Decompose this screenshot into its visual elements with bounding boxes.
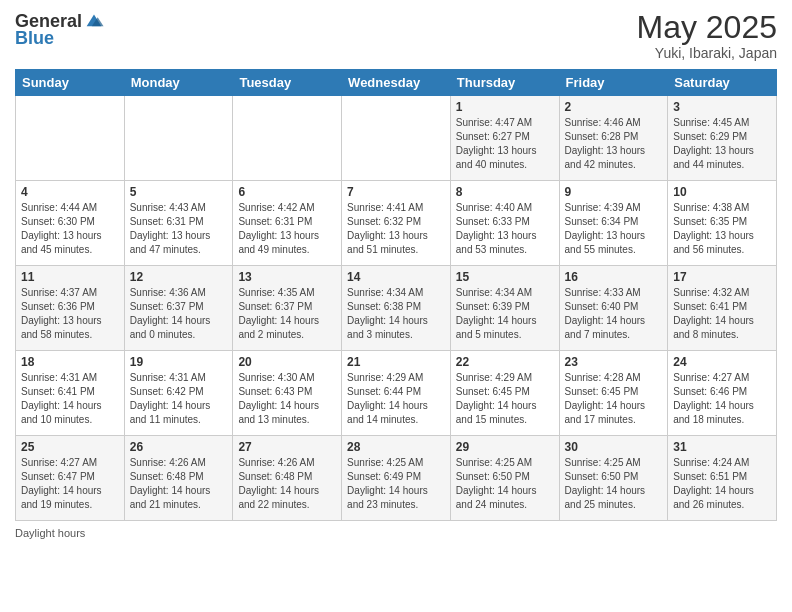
daylight-label: Daylight hours xyxy=(15,527,85,539)
day-cell xyxy=(16,96,125,181)
day-number: 24 xyxy=(673,355,771,369)
day-number: 3 xyxy=(673,100,771,114)
day-cell: 28Sunrise: 4:25 AM Sunset: 6:49 PM Dayli… xyxy=(342,436,451,521)
logo-blue: Blue xyxy=(15,28,54,49)
day-number: 5 xyxy=(130,185,228,199)
day-number: 6 xyxy=(238,185,336,199)
logo: General Blue xyxy=(15,10,105,49)
day-number: 26 xyxy=(130,440,228,454)
day-number: 12 xyxy=(130,270,228,284)
day-info: Sunrise: 4:25 AM Sunset: 6:49 PM Dayligh… xyxy=(347,456,445,512)
day-cell: 23Sunrise: 4:28 AM Sunset: 6:45 PM Dayli… xyxy=(559,351,668,436)
day-number: 2 xyxy=(565,100,663,114)
day-number: 9 xyxy=(565,185,663,199)
day-cell: 2Sunrise: 4:46 AM Sunset: 6:28 PM Daylig… xyxy=(559,96,668,181)
day-cell xyxy=(342,96,451,181)
day-info: Sunrise: 4:27 AM Sunset: 6:46 PM Dayligh… xyxy=(673,371,771,427)
location-title: Yuki, Ibaraki, Japan xyxy=(636,45,777,61)
day-cell: 17Sunrise: 4:32 AM Sunset: 6:41 PM Dayli… xyxy=(668,266,777,351)
day-number: 30 xyxy=(565,440,663,454)
day-cell: 18Sunrise: 4:31 AM Sunset: 6:41 PM Dayli… xyxy=(16,351,125,436)
header: General Blue May 2025 Yuki, Ibaraki, Jap… xyxy=(15,10,777,61)
day-number: 29 xyxy=(456,440,554,454)
col-header-thursday: Thursday xyxy=(450,70,559,96)
day-number: 19 xyxy=(130,355,228,369)
day-number: 25 xyxy=(21,440,119,454)
day-info: Sunrise: 4:46 AM Sunset: 6:28 PM Dayligh… xyxy=(565,116,663,172)
day-cell: 9Sunrise: 4:39 AM Sunset: 6:34 PM Daylig… xyxy=(559,181,668,266)
day-cell: 21Sunrise: 4:29 AM Sunset: 6:44 PM Dayli… xyxy=(342,351,451,436)
day-cell: 19Sunrise: 4:31 AM Sunset: 6:42 PM Dayli… xyxy=(124,351,233,436)
day-info: Sunrise: 4:45 AM Sunset: 6:29 PM Dayligh… xyxy=(673,116,771,172)
day-cell: 6Sunrise: 4:42 AM Sunset: 6:31 PM Daylig… xyxy=(233,181,342,266)
day-info: Sunrise: 4:36 AM Sunset: 6:37 PM Dayligh… xyxy=(130,286,228,342)
day-cell: 13Sunrise: 4:35 AM Sunset: 6:37 PM Dayli… xyxy=(233,266,342,351)
day-cell: 16Sunrise: 4:33 AM Sunset: 6:40 PM Dayli… xyxy=(559,266,668,351)
week-row-5: 25Sunrise: 4:27 AM Sunset: 6:47 PM Dayli… xyxy=(16,436,777,521)
day-cell: 30Sunrise: 4:25 AM Sunset: 6:50 PM Dayli… xyxy=(559,436,668,521)
month-title: May 2025 xyxy=(636,10,777,45)
day-info: Sunrise: 4:26 AM Sunset: 6:48 PM Dayligh… xyxy=(130,456,228,512)
day-cell: 1Sunrise: 4:47 AM Sunset: 6:27 PM Daylig… xyxy=(450,96,559,181)
day-cell: 24Sunrise: 4:27 AM Sunset: 6:46 PM Dayli… xyxy=(668,351,777,436)
day-cell: 26Sunrise: 4:26 AM Sunset: 6:48 PM Dayli… xyxy=(124,436,233,521)
day-number: 31 xyxy=(673,440,771,454)
col-header-wednesday: Wednesday xyxy=(342,70,451,96)
day-cell: 11Sunrise: 4:37 AM Sunset: 6:36 PM Dayli… xyxy=(16,266,125,351)
day-number: 27 xyxy=(238,440,336,454)
day-info: Sunrise: 4:39 AM Sunset: 6:34 PM Dayligh… xyxy=(565,201,663,257)
day-cell: 20Sunrise: 4:30 AM Sunset: 6:43 PM Dayli… xyxy=(233,351,342,436)
day-number: 28 xyxy=(347,440,445,454)
day-info: Sunrise: 4:25 AM Sunset: 6:50 PM Dayligh… xyxy=(456,456,554,512)
day-info: Sunrise: 4:37 AM Sunset: 6:36 PM Dayligh… xyxy=(21,286,119,342)
day-info: Sunrise: 4:25 AM Sunset: 6:50 PM Dayligh… xyxy=(565,456,663,512)
day-number: 23 xyxy=(565,355,663,369)
day-cell: 4Sunrise: 4:44 AM Sunset: 6:30 PM Daylig… xyxy=(16,181,125,266)
week-row-1: 1Sunrise: 4:47 AM Sunset: 6:27 PM Daylig… xyxy=(16,96,777,181)
day-cell: 22Sunrise: 4:29 AM Sunset: 6:45 PM Dayli… xyxy=(450,351,559,436)
day-info: Sunrise: 4:42 AM Sunset: 6:31 PM Dayligh… xyxy=(238,201,336,257)
day-info: Sunrise: 4:38 AM Sunset: 6:35 PM Dayligh… xyxy=(673,201,771,257)
day-number: 17 xyxy=(673,270,771,284)
day-info: Sunrise: 4:34 AM Sunset: 6:39 PM Dayligh… xyxy=(456,286,554,342)
week-row-4: 18Sunrise: 4:31 AM Sunset: 6:41 PM Dayli… xyxy=(16,351,777,436)
day-info: Sunrise: 4:47 AM Sunset: 6:27 PM Dayligh… xyxy=(456,116,554,172)
page-container: General Blue May 2025 Yuki, Ibaraki, Jap… xyxy=(0,0,792,549)
day-cell: 14Sunrise: 4:34 AM Sunset: 6:38 PM Dayli… xyxy=(342,266,451,351)
title-block: May 2025 Yuki, Ibaraki, Japan xyxy=(636,10,777,61)
week-row-3: 11Sunrise: 4:37 AM Sunset: 6:36 PM Dayli… xyxy=(16,266,777,351)
day-info: Sunrise: 4:33 AM Sunset: 6:40 PM Dayligh… xyxy=(565,286,663,342)
day-info: Sunrise: 4:34 AM Sunset: 6:38 PM Dayligh… xyxy=(347,286,445,342)
day-cell: 12Sunrise: 4:36 AM Sunset: 6:37 PM Dayli… xyxy=(124,266,233,351)
day-cell xyxy=(124,96,233,181)
day-number: 16 xyxy=(565,270,663,284)
day-number: 15 xyxy=(456,270,554,284)
day-cell: 5Sunrise: 4:43 AM Sunset: 6:31 PM Daylig… xyxy=(124,181,233,266)
day-info: Sunrise: 4:43 AM Sunset: 6:31 PM Dayligh… xyxy=(130,201,228,257)
col-header-monday: Monday xyxy=(124,70,233,96)
day-cell: 15Sunrise: 4:34 AM Sunset: 6:39 PM Dayli… xyxy=(450,266,559,351)
day-info: Sunrise: 4:31 AM Sunset: 6:42 PM Dayligh… xyxy=(130,371,228,427)
calendar-table: SundayMondayTuesdayWednesdayThursdayFrid… xyxy=(15,69,777,521)
day-cell: 10Sunrise: 4:38 AM Sunset: 6:35 PM Dayli… xyxy=(668,181,777,266)
day-cell: 27Sunrise: 4:26 AM Sunset: 6:48 PM Dayli… xyxy=(233,436,342,521)
day-info: Sunrise: 4:29 AM Sunset: 6:45 PM Dayligh… xyxy=(456,371,554,427)
day-number: 1 xyxy=(456,100,554,114)
day-info: Sunrise: 4:26 AM Sunset: 6:48 PM Dayligh… xyxy=(238,456,336,512)
day-number: 22 xyxy=(456,355,554,369)
day-cell: 25Sunrise: 4:27 AM Sunset: 6:47 PM Dayli… xyxy=(16,436,125,521)
day-number: 21 xyxy=(347,355,445,369)
day-cell: 29Sunrise: 4:25 AM Sunset: 6:50 PM Dayli… xyxy=(450,436,559,521)
day-info: Sunrise: 4:30 AM Sunset: 6:43 PM Dayligh… xyxy=(238,371,336,427)
day-number: 13 xyxy=(238,270,336,284)
col-header-sunday: Sunday xyxy=(16,70,125,96)
day-number: 4 xyxy=(21,185,119,199)
day-cell xyxy=(233,96,342,181)
day-number: 8 xyxy=(456,185,554,199)
day-number: 14 xyxy=(347,270,445,284)
footer: Daylight hours xyxy=(15,527,777,539)
day-info: Sunrise: 4:24 AM Sunset: 6:51 PM Dayligh… xyxy=(673,456,771,512)
day-cell: 3Sunrise: 4:45 AM Sunset: 6:29 PM Daylig… xyxy=(668,96,777,181)
day-info: Sunrise: 4:28 AM Sunset: 6:45 PM Dayligh… xyxy=(565,371,663,427)
day-info: Sunrise: 4:35 AM Sunset: 6:37 PM Dayligh… xyxy=(238,286,336,342)
